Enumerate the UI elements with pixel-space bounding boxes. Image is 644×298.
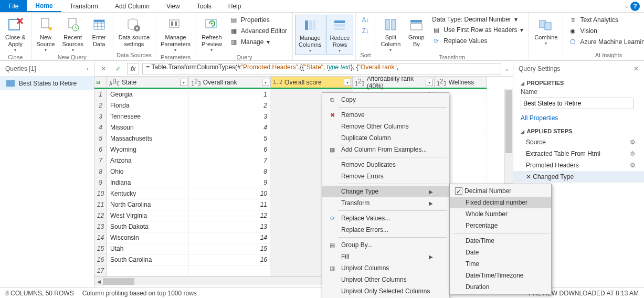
menu-home[interactable]: Home [27,0,61,12]
cell-state[interactable]: Georgia [107,89,189,100]
step-item-selected[interactable]: ✕ Changed Type [513,171,644,183]
row-number[interactable]: 15 [94,243,107,254]
gear-icon[interactable]: ⚙ [630,162,636,169]
gear-icon[interactable]: ⚙ [630,139,636,146]
sm-whole[interactable]: Whole Number [450,208,551,220]
collapse-queries-icon[interactable]: ‹ [87,65,89,72]
sort-asc-button[interactable]: A↓ [358,15,373,25]
cell-state[interactable]: Utah [107,243,189,254]
cell-state[interactable]: Arizona [107,155,189,166]
row-number[interactable]: 10 [94,188,107,199]
manage-columns-button[interactable]: Manage Columns▾ [295,15,325,55]
query-name-input[interactable] [521,98,634,109]
refresh-preview-button[interactable]: Refresh Preview▾ [198,15,225,54]
row-number[interactable]: 7 [94,155,107,166]
cell-rank[interactable]: 7 [189,155,271,166]
datatype-dropdown[interactable]: Data Type: Decimal Number ▾ [429,15,526,24]
cancel-formula-icon[interactable]: ✕ [98,63,109,74]
first-row-headers-button[interactable]: ▤Use First Row as Headers ▾ [429,25,526,35]
cm-add-from-examples[interactable]: ▦Add Column From Examples... [322,144,449,155]
filter-icon[interactable]: ▾ [426,79,433,86]
cell-rank[interactable]: 10 [189,188,271,199]
help-icon[interactable]: ? [630,2,640,11]
row-number[interactable]: 8 [94,166,107,177]
cell-state[interactable]: South Carolina [107,254,189,265]
vision-button[interactable]: ◉Vision [565,26,644,36]
cm-change-type[interactable]: Change Type▶ [322,186,449,197]
cell-state[interactable]: Ohio [107,166,189,177]
cell-state[interactable]: Wisconsin [107,232,189,243]
formula-expand-icon[interactable]: ⌄ [504,65,510,72]
cell-rank[interactable]: 1 [189,89,271,100]
manage-parameters-button[interactable]: Manage Parameters▾ [157,15,194,54]
menu-transform[interactable]: Transform [61,0,107,12]
cm-unpivot-selected[interactable]: Unpivot Only Selected Columns [322,285,449,297]
row-number[interactable]: 13 [94,221,107,232]
cell-rank[interactable]: 2 [189,100,271,111]
step-item[interactable]: Promoted Headers⚙ [513,159,644,171]
menu-addcolumn[interactable]: Add Column [107,0,158,12]
step-item[interactable]: Source⚙ [513,136,644,148]
col-header-afford[interactable]: 123Affordability rank (40%)▾ [353,77,435,89]
row-number[interactable]: 16 [94,254,107,265]
reduce-rows-button[interactable]: Reduce Rows▾ [326,15,354,55]
cell-state[interactable]: Indiana [107,177,189,188]
query-item[interactable]: Best States to Retire [0,77,94,90]
row-number[interactable]: 4 [94,122,107,133]
cell-state[interactable]: North Carolina [107,199,189,210]
cm-unpivot[interactable]: ▥Unpivot Columns [322,262,449,274]
sort-desc-button[interactable]: Z↓ [358,26,373,36]
cell-rank[interactable]: 11 [189,199,271,210]
menu-help[interactable]: Help [220,0,250,12]
accept-formula-icon[interactable]: ✓ [112,63,124,74]
col-header-rank[interactable]: 123Overall rank▾ [189,77,271,89]
cell-rank[interactable]: 9 [189,177,271,188]
gear-icon[interactable]: ⚙ [630,150,636,157]
advanced-editor-button[interactable]: ▦Advanced Editor [226,26,290,36]
close-apply-button[interactable]: Close & Apply▾ [2,15,29,54]
cm-group-by[interactable]: ▤Group By... [322,239,449,251]
sm-dtz[interactable]: Date/Time/Timezone [450,270,551,281]
cell-state[interactable] [107,265,189,276]
cell-rank[interactable]: 3 [189,111,271,122]
group-by-button[interactable]: Group By [405,15,428,49]
cell-state[interactable]: Wyoming [107,144,189,155]
row-number[interactable]: 14 [94,232,107,243]
menu-tools[interactable]: Tools [188,0,220,12]
scroll-left-icon[interactable]: ◀ [94,277,103,286]
new-source-button[interactable]: ✷New Source▾ [34,15,58,54]
text-analytics-button[interactable]: ≡Text Analytics [565,15,644,25]
cm-remove-errors[interactable]: Remove Errors [322,171,449,182]
filter-icon[interactable]: ▾ [180,79,187,86]
cm-replace-errors[interactable]: Replace Errors... [322,224,449,236]
sm-duration[interactable]: Duration [450,281,551,293]
row-number[interactable]: 3 [94,111,107,122]
select-all-corner[interactable]: ⊞ [94,77,107,89]
filter-icon[interactable]: ▾ [344,79,351,86]
formula-input[interactable]: = Table.TransformColumnTypes(#"Promoted … [142,63,501,74]
ribbon-collapse-icon[interactable]: ⌵ [625,3,628,9]
replace-values-button[interactable]: ⟳Replace Values [429,36,526,46]
menu-view[interactable]: View [158,0,188,12]
all-properties-link[interactable]: All Properties [513,111,644,125]
sm-date[interactable]: Date [450,247,551,258]
cm-remove[interactable]: ✖Remove [322,109,449,121]
col-header-score[interactable]: 1.2Overall score▾ [271,77,353,89]
cell-state[interactable]: South Dakota [107,221,189,232]
applied-steps-section[interactable]: APPLIED STEPS [513,125,644,136]
cm-remove-duplicates[interactable]: Remove Duplicates [322,159,449,171]
cell-rank[interactable]: 15 [189,243,271,254]
cell-state[interactable]: West Virginia [107,210,189,221]
cell-rank[interactable] [189,265,271,276]
row-number[interactable]: 5 [94,133,107,144]
enter-data-button[interactable]: Enter Data [88,15,111,49]
manage-query-button[interactable]: ▥Manage ▾ [226,37,290,47]
recent-sources-button[interactable]: Recent Sources▾ [59,15,86,54]
row-number[interactable]: 9 [94,177,107,188]
datasource-settings-button[interactable]: Data source settings [115,15,153,49]
cell-state[interactable]: Tennessee [107,111,189,122]
cm-unpivot-other[interactable]: Unpivot Other Columns [322,274,449,285]
step-item[interactable]: Extracted Table From Html⚙ [513,148,644,159]
split-column-button[interactable]: Split Column▾ [377,15,404,54]
cell-state[interactable]: Massachusetts [107,133,189,144]
